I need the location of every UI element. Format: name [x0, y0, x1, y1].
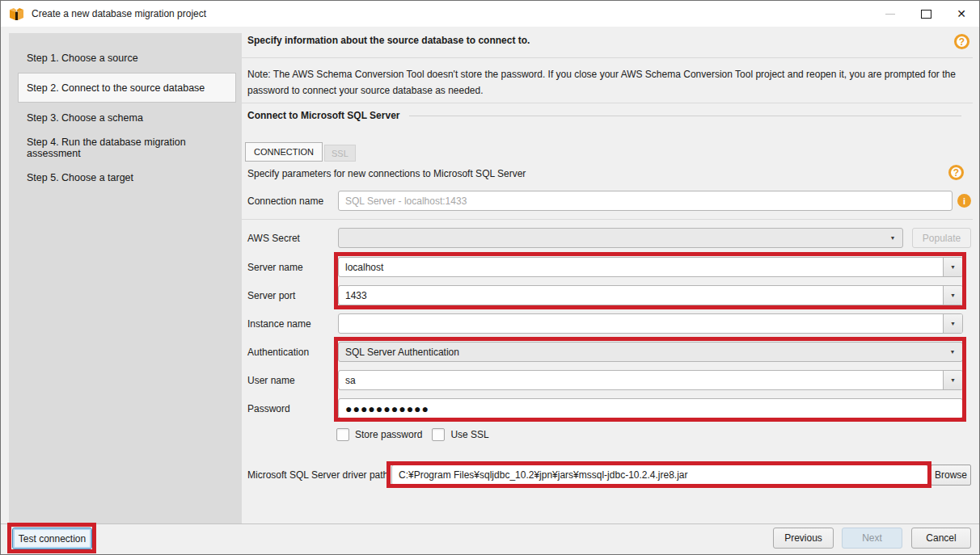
divider: [242, 57, 973, 58]
server-port-combobox[interactable]: 1433 ▼: [338, 285, 963, 305]
window-title: Create a new database migration project: [32, 8, 206, 19]
password-input[interactable]: ●●●●●●●●●●●: [338, 398, 963, 418]
window-controls: ✕: [872, 1, 979, 27]
sidebar-item-label: Step 3. Choose a schema: [27, 112, 143, 124]
note-text: Note: The AWS Schema Conversion Tool doe…: [247, 67, 962, 99]
password-masked-value: ●●●●●●●●●●●: [345, 402, 429, 415]
user-name-value: sa: [339, 371, 943, 389]
info-icon[interactable]: i: [957, 194, 971, 208]
server-port-value: 1433: [339, 286, 943, 305]
sidebar-item-label: Step 4. Run the database migration asses…: [27, 137, 242, 159]
password-label: Password: [247, 403, 338, 414]
server-name-label: Server name: [247, 262, 338, 273]
aws-secret-label: AWS Secret: [247, 233, 338, 244]
instance-name-row: Instance name ▼: [247, 313, 963, 334]
footer-divider: [1, 523, 979, 524]
server-name-combobox[interactable]: localhost ▼: [338, 257, 963, 277]
sidebar-item-step-3[interactable]: Step 3. Choose a schema: [9, 103, 242, 132]
previous-button[interactable]: Previous: [773, 528, 834, 549]
instance-name-value: [339, 314, 943, 333]
authentication-row: Authentication SQL Server Authentication…: [247, 342, 963, 362]
section-divider-line: [409, 116, 961, 116]
params-heading: Specify parameters for new connections t…: [247, 168, 526, 179]
use-ssl-option: Use SSL: [432, 428, 488, 441]
driver-path-row: Microsoft SQL Server driver path C:¥Prog…: [247, 465, 971, 486]
user-name-combobox[interactable]: sa ▼: [338, 370, 963, 390]
store-password-checkbox[interactable]: [336, 428, 349, 441]
instance-name-combobox[interactable]: ▼: [338, 313, 963, 334]
aws-secret-dropdown[interactable]: ▼: [338, 228, 903, 248]
server-name-row: Server name localhost ▼: [247, 257, 963, 277]
instance-name-label: Instance name: [247, 318, 338, 330]
sidebar-item-label: Step 5. Choose a target: [27, 172, 133, 183]
next-button[interactable]: Next: [842, 528, 902, 549]
sidebar-item-label: Step 1. Choose a source: [27, 53, 138, 64]
sidebar-item-step-5[interactable]: Step 5. Choose a target: [9, 162, 242, 192]
chevron-down-icon: ▼: [883, 229, 902, 247]
title-bar: Create a new database migration project …: [1, 1, 979, 27]
connection-name-label: Connection name: [247, 196, 338, 207]
store-password-label: Store password: [355, 429, 422, 440]
driver-path-label: Microsoft SQL Server driver path: [247, 469, 391, 481]
minimize-icon: [885, 14, 895, 15]
store-password-option: Store password: [336, 428, 422, 441]
authentication-label: Authentication: [247, 347, 338, 358]
connection-name-input[interactable]: SQL Server - localhost:1433: [338, 191, 953, 211]
section-header: Connect to Microsoft SQL Server: [247, 110, 961, 121]
close-icon: ✕: [957, 8, 966, 19]
divider: [242, 103, 973, 103]
populate-button[interactable]: Populate: [912, 228, 971, 248]
divider: [242, 219, 973, 220]
aws-secret-row: AWS Secret ▼ Populate: [247, 228, 971, 248]
help-glyph: ?: [953, 167, 959, 179]
close-button[interactable]: ✕: [944, 1, 979, 27]
steps-sidebar: Step 1. Choose a source Step 2. Connect …: [9, 33, 242, 523]
help-icon[interactable]: ?: [954, 34, 969, 49]
tab-ssl[interactable]: SSL: [324, 145, 356, 162]
aws-secret-value: [339, 229, 883, 247]
help-glyph: ?: [959, 36, 965, 48]
use-ssl-label: Use SSL: [450, 429, 488, 440]
page-title: Specify information about the source dat…: [247, 35, 530, 46]
tab-connection[interactable]: CONNECTION: [245, 142, 323, 162]
server-port-row: Server port 1433 ▼: [247, 285, 963, 305]
chevron-down-icon: ▼: [943, 343, 962, 361]
driver-path-value: C:¥Program Files¥sqljdbc_10.2¥jpn¥jars¥m…: [399, 469, 688, 481]
authentication-dropdown[interactable]: SQL Server Authentication ▼: [338, 342, 963, 362]
aws-sct-app-icon: [9, 6, 24, 22]
chevron-down-icon: ▼: [943, 286, 962, 305]
tab-strip: CONNECTION SSL: [245, 142, 356, 162]
password-row: Password ●●●●●●●●●●●: [247, 398, 963, 418]
connection-name-row: Connection name SQL Server - localhost:1…: [247, 191, 971, 211]
sidebar-item-step-2[interactable]: Step 2. Connect to the source database: [18, 73, 236, 103]
chevron-down-icon: ▼: [943, 314, 962, 333]
sidebar-item-step-4[interactable]: Step 4. Run the database migration asses…: [9, 132, 242, 162]
sidebar-item-step-1[interactable]: Step 1. Choose a source: [9, 43, 242, 73]
cancel-button[interactable]: Cancel: [911, 528, 971, 549]
section-title: Connect to Microsoft SQL Server: [247, 110, 399, 121]
connection-name-placeholder: SQL Server - localhost:1433: [345, 196, 467, 207]
maximize-button[interactable]: [908, 1, 944, 27]
user-name-label: User name: [247, 375, 338, 386]
minimize-button[interactable]: [872, 1, 908, 27]
app-window: Create a new database migration project …: [0, 0, 980, 555]
server-name-value: localhost: [339, 258, 943, 276]
user-name-row: User name sa ▼: [247, 370, 963, 390]
chevron-down-icon: ▼: [943, 371, 962, 389]
authentication-value: SQL Server Authentication: [339, 343, 943, 361]
test-connection-button[interactable]: Test connection: [12, 528, 92, 549]
maximize-icon: [921, 10, 931, 19]
use-ssl-checkbox[interactable]: [432, 428, 445, 441]
main-panel: Specify information about the source dat…: [242, 27, 973, 523]
driver-path-input[interactable]: C:¥Program Files¥sqljdbc_10.2¥jpn¥jars¥m…: [391, 465, 928, 486]
server-port-label: Server port: [247, 290, 338, 301]
chevron-down-icon: ▼: [943, 258, 962, 276]
sidebar-item-label: Step 2. Connect to the source database: [27, 82, 205, 94]
browse-button[interactable]: Browse: [931, 465, 971, 486]
info-glyph: i: [963, 196, 965, 206]
help-icon[interactable]: ?: [948, 165, 964, 180]
checkbox-row: Store password Use SSL: [247, 427, 963, 442]
